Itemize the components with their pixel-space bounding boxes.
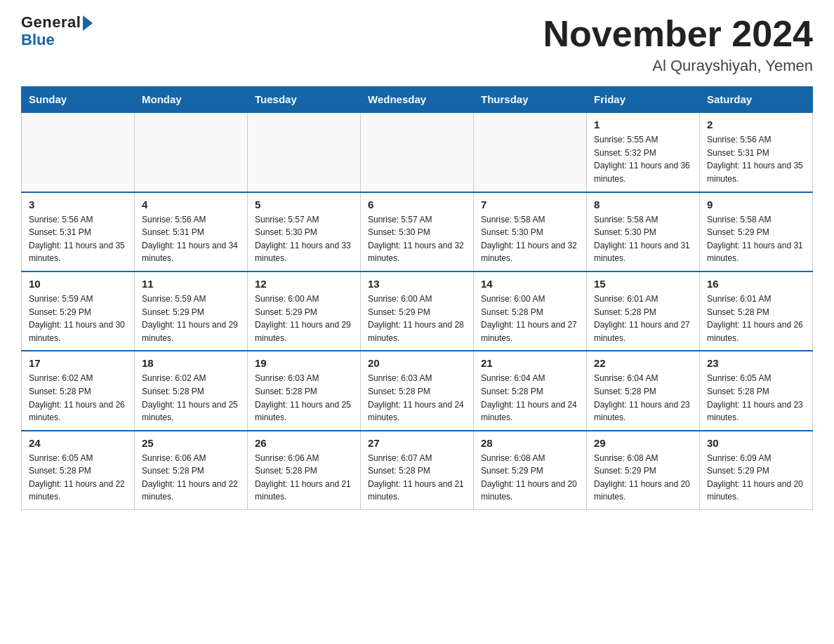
day-info: Sunrise: 6:04 AMSunset: 5:28 PMDaylight:… [594,372,692,424]
calendar-cell: 26Sunrise: 6:06 AMSunset: 5:28 PMDayligh… [248,431,361,510]
day-info: Sunrise: 5:59 AMSunset: 5:29 PMDaylight:… [29,293,127,344]
day-info: Sunrise: 6:04 AMSunset: 5:28 PMDaylight:… [481,372,579,424]
calendar-cell: 21Sunrise: 6:04 AMSunset: 5:28 PMDayligh… [474,351,587,430]
weekday-header-wednesday: Wednesday [361,87,474,113]
day-number: 3 [29,199,127,210]
weekday-header-thursday: Thursday [474,87,587,113]
day-info: Sunrise: 6:08 AMSunset: 5:29 PMDaylight:… [594,452,692,504]
logo: General Blue [21,14,93,49]
day-number: 14 [481,278,579,290]
weekday-header-sunday: Sunday [22,87,135,113]
day-info: Sunrise: 6:00 AMSunset: 5:29 PMDaylight:… [255,293,353,344]
day-info: Sunrise: 6:00 AMSunset: 5:28 PMDaylight:… [481,293,579,344]
calendar-week-4: 17Sunrise: 6:02 AMSunset: 5:28 PMDayligh… [22,351,813,430]
calendar-cell: 23Sunrise: 6:05 AMSunset: 5:28 PMDayligh… [700,351,813,430]
day-info: Sunrise: 6:03 AMSunset: 5:28 PMDaylight:… [368,372,466,424]
calendar-cell [22,112,135,192]
weekday-header-monday: Monday [135,87,248,113]
day-info: Sunrise: 5:57 AMSunset: 5:30 PMDaylight:… [368,213,466,265]
day-info: Sunrise: 6:05 AMSunset: 5:28 PMDaylight:… [707,372,805,424]
day-number: 23 [707,357,805,369]
calendar-cell: 6Sunrise: 5:57 AMSunset: 5:30 PMDaylight… [361,192,474,271]
day-info: Sunrise: 6:00 AMSunset: 5:29 PMDaylight:… [368,293,466,344]
page-header: General Blue November 2024 Al Qurayshiya… [21,14,813,75]
day-number: 19 [255,357,353,369]
calendar-cell: 20Sunrise: 6:03 AMSunset: 5:28 PMDayligh… [361,351,474,430]
calendar-cell: 29Sunrise: 6:08 AMSunset: 5:29 PMDayligh… [587,431,700,510]
calendar-cell: 15Sunrise: 6:01 AMSunset: 5:28 PMDayligh… [587,271,700,351]
calendar-cell: 24Sunrise: 6:05 AMSunset: 5:28 PMDayligh… [22,431,135,510]
day-info: Sunrise: 5:56 AMSunset: 5:31 PMDaylight:… [707,133,805,185]
calendar-cell: 14Sunrise: 6:00 AMSunset: 5:28 PMDayligh… [474,271,587,351]
day-number: 16 [707,278,805,290]
calendar-cell: 1Sunrise: 5:55 AMSunset: 5:32 PMDaylight… [587,112,700,192]
weekday-header-row: SundayMondayTuesdayWednesdayThursdayFrid… [22,87,813,113]
logo-general-text: General [21,14,93,31]
calendar-table: SundayMondayTuesdayWednesdayThursdayFrid… [21,86,813,510]
calendar-week-3: 10Sunrise: 5:59 AMSunset: 5:29 PMDayligh… [22,271,813,351]
day-info: Sunrise: 6:06 AMSunset: 5:28 PMDaylight:… [142,452,240,504]
day-number: 9 [707,199,805,210]
calendar-cell: 27Sunrise: 6:07 AMSunset: 5:28 PMDayligh… [361,431,474,510]
calendar-cell [135,112,248,192]
calendar-week-2: 3Sunrise: 5:56 AMSunset: 5:31 PMDaylight… [22,192,813,271]
day-info: Sunrise: 5:56 AMSunset: 5:31 PMDaylight:… [29,213,127,265]
calendar-cell: 9Sunrise: 5:58 AMSunset: 5:29 PMDaylight… [700,192,813,271]
weekday-header-friday: Friday [587,87,700,113]
calendar-cell: 28Sunrise: 6:08 AMSunset: 5:29 PMDayligh… [474,431,587,510]
day-number: 12 [255,278,353,290]
weekday-header-tuesday: Tuesday [248,87,361,113]
calendar-cell: 17Sunrise: 6:02 AMSunset: 5:28 PMDayligh… [22,351,135,430]
day-number: 30 [707,437,805,449]
day-info: Sunrise: 6:03 AMSunset: 5:28 PMDaylight:… [255,372,353,424]
day-info: Sunrise: 6:05 AMSunset: 5:28 PMDaylight:… [29,452,127,504]
calendar-cell: 11Sunrise: 5:59 AMSunset: 5:29 PMDayligh… [135,271,248,351]
day-number: 21 [481,357,579,369]
day-number: 8 [594,199,692,210]
calendar-cell: 3Sunrise: 5:56 AMSunset: 5:31 PMDaylight… [22,192,135,271]
day-number: 17 [29,357,127,369]
calendar-header: SundayMondayTuesdayWednesdayThursdayFrid… [22,87,813,113]
day-number: 15 [594,278,692,290]
calendar-week-1: 1Sunrise: 5:55 AMSunset: 5:32 PMDaylight… [22,112,813,192]
calendar-cell: 30Sunrise: 6:09 AMSunset: 5:29 PMDayligh… [700,431,813,510]
day-number: 7 [481,199,579,210]
calendar-cell: 4Sunrise: 5:56 AMSunset: 5:31 PMDaylight… [135,192,248,271]
calendar-cell: 25Sunrise: 6:06 AMSunset: 5:28 PMDayligh… [135,431,248,510]
calendar-week-5: 24Sunrise: 6:05 AMSunset: 5:28 PMDayligh… [22,431,813,510]
day-number: 24 [29,437,127,449]
day-info: Sunrise: 6:01 AMSunset: 5:28 PMDaylight:… [707,293,805,344]
day-number: 13 [368,278,466,290]
day-info: Sunrise: 5:57 AMSunset: 5:30 PMDaylight:… [255,213,353,265]
calendar-cell [474,112,587,192]
day-info: Sunrise: 5:55 AMSunset: 5:32 PMDaylight:… [594,133,692,185]
day-info: Sunrise: 6:02 AMSunset: 5:28 PMDaylight:… [29,372,127,424]
day-number: 2 [707,119,805,130]
day-info: Sunrise: 5:56 AMSunset: 5:31 PMDaylight:… [142,213,240,265]
day-number: 1 [594,119,692,130]
logo-blue-text: Blue [21,31,55,49]
calendar-cell: 12Sunrise: 6:00 AMSunset: 5:29 PMDayligh… [248,271,361,351]
calendar-cell: 8Sunrise: 5:58 AMSunset: 5:30 PMDaylight… [587,192,700,271]
calendar-cell: 5Sunrise: 5:57 AMSunset: 5:30 PMDaylight… [248,192,361,271]
day-number: 25 [142,437,240,449]
calendar-cell [361,112,474,192]
title-block: November 2024 Al Qurayshiyah, Yemen [543,14,813,75]
day-number: 22 [594,357,692,369]
day-info: Sunrise: 6:08 AMSunset: 5:29 PMDaylight:… [481,452,579,504]
day-number: 27 [368,437,466,449]
day-number: 28 [481,437,579,449]
calendar-body: 1Sunrise: 5:55 AMSunset: 5:32 PMDaylight… [22,112,813,509]
day-info: Sunrise: 6:09 AMSunset: 5:29 PMDaylight:… [707,452,805,504]
calendar-cell: 10Sunrise: 5:59 AMSunset: 5:29 PMDayligh… [22,271,135,351]
calendar-cell: 2Sunrise: 5:56 AMSunset: 5:31 PMDaylight… [700,112,813,192]
calendar-cell: 19Sunrise: 6:03 AMSunset: 5:28 PMDayligh… [248,351,361,430]
day-info: Sunrise: 6:01 AMSunset: 5:28 PMDaylight:… [594,293,692,344]
calendar-cell: 22Sunrise: 6:04 AMSunset: 5:28 PMDayligh… [587,351,700,430]
day-info: Sunrise: 5:58 AMSunset: 5:30 PMDaylight:… [594,213,692,265]
calendar-cell: 7Sunrise: 5:58 AMSunset: 5:30 PMDaylight… [474,192,587,271]
calendar-cell: 13Sunrise: 6:00 AMSunset: 5:29 PMDayligh… [361,271,474,351]
calendar-cell [248,112,361,192]
location-title: Al Qurayshiyah, Yemen [543,57,813,75]
day-number: 26 [255,437,353,449]
